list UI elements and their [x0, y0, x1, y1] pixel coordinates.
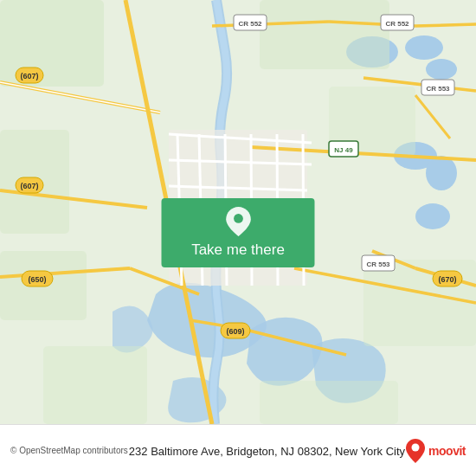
- moovit-text: moovit: [428, 444, 466, 458]
- svg-rect-9: [260, 0, 389, 69]
- svg-text:(670): (670): [438, 275, 456, 284]
- svg-text:CR 553: CR 553: [426, 85, 450, 93]
- svg-point-6: [415, 203, 450, 229]
- svg-text:(607): (607): [20, 182, 38, 190]
- svg-text:NJ 49: NJ 49: [334, 146, 353, 154]
- moovit-logo: moovit: [406, 439, 466, 463]
- address-section: 232 Baltimore Ave, Bridgeton, NJ 08302, …: [129, 443, 405, 459]
- svg-text:CR 553: CR 553: [366, 261, 390, 268]
- svg-point-3: [426, 59, 457, 80]
- osm-attribution: © OpenStreetMap contributors: [10, 446, 128, 455]
- svg-text:(607): (607): [20, 72, 38, 80]
- take-me-there-label: Take me there: [191, 241, 285, 259]
- svg-text:CR 552: CR 552: [238, 20, 262, 28]
- svg-text:CR 552: CR 552: [385, 20, 409, 28]
- svg-text:(650): (650): [28, 275, 46, 284]
- svg-rect-14: [260, 381, 398, 424]
- svg-point-2: [405, 35, 443, 60]
- svg-point-64: [234, 214, 243, 223]
- svg-rect-13: [43, 346, 147, 424]
- svg-point-65: [412, 443, 420, 451]
- address-label: 232 Baltimore Ave, Bridgeton, NJ 08302, …: [129, 445, 405, 458]
- bottom-left-section: © OpenStreetMap contributors: [10, 446, 128, 455]
- take-me-there-button[interactable]: Take me there: [162, 198, 315, 267]
- svg-point-5: [426, 156, 457, 190]
- bottom-info-bar: © OpenStreetMap contributors 232 Baltimo…: [0, 424, 476, 476]
- svg-text:(609): (609): [226, 327, 244, 336]
- svg-line-29: [415, 24, 476, 26]
- map-view: (607) (607) CR 552 CR 552 CR 553 NJ 49 (…: [0, 0, 476, 424]
- moovit-pin-icon: [406, 439, 425, 463]
- location-pin-icon: [224, 207, 252, 236]
